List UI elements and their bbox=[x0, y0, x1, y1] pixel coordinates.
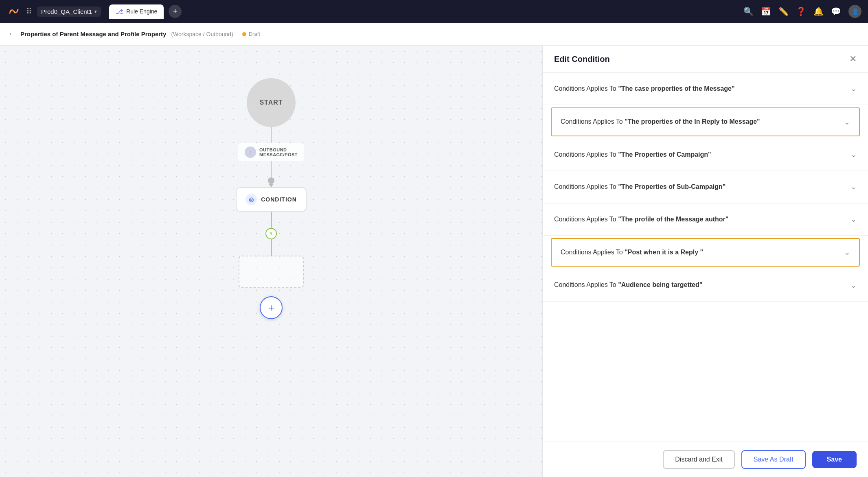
chat-icon[interactable]: 💬 bbox=[831, 7, 841, 16]
chevron-down-icon: ⌄ bbox=[844, 248, 850, 257]
condition-item[interactable]: Conditions Applies To "The profile of th… bbox=[543, 203, 868, 236]
panel-header: Edit Condition ✕ bbox=[543, 46, 868, 73]
chevron-down-icon: ⌄ bbox=[844, 118, 850, 127]
condition-item[interactable]: Conditions Applies To "The case properti… bbox=[543, 73, 868, 105]
panel-footer: Discard and Exit Save As Draft Save bbox=[543, 442, 868, 477]
save-button[interactable]: Save bbox=[812, 451, 857, 468]
subheader: ← Properties of Parent Message and Profi… bbox=[0, 23, 868, 46]
chevron-down-icon: ⌄ bbox=[850, 215, 857, 224]
branch-placeholder bbox=[239, 256, 304, 288]
start-node: START bbox=[247, 78, 296, 127]
branch-container: Y bbox=[210, 212, 332, 288]
logo bbox=[7, 4, 21, 19]
main-layout: START ↑ OUTBOUND MESSAGE/POST ◎ CONDITIO… bbox=[0, 46, 868, 477]
outbound-label: OUTBOUND MESSAGE/POST bbox=[259, 147, 298, 157]
condition-text: Conditions Applies To "The profile of th… bbox=[554, 215, 728, 224]
condition-text: Conditions Applies To "The case properti… bbox=[554, 84, 735, 93]
breadcrumb-path: (Workspace / Outbound) bbox=[171, 31, 233, 37]
workspace-name: Prod0_QA_Client1 bbox=[41, 8, 92, 15]
branch-y-label: Y bbox=[265, 228, 277, 239]
discard-exit-button[interactable]: Discard and Exit bbox=[663, 450, 735, 469]
condition-icon: ◎ bbox=[245, 194, 257, 205]
chevron-down-icon: ⌄ bbox=[850, 150, 857, 159]
canvas-area[interactable]: START ↑ OUTBOUND MESSAGE/POST ◎ CONDITIO… bbox=[0, 46, 542, 477]
close-button[interactable]: ✕ bbox=[849, 54, 857, 64]
chevron-down-icon: ⌄ bbox=[850, 281, 857, 290]
connector-1 bbox=[271, 127, 272, 143]
condition-text: Conditions Applies To "The properties of… bbox=[561, 117, 760, 126]
flow-container: START ↑ OUTBOUND MESSAGE/POST ◎ CONDITIO… bbox=[210, 46, 332, 319]
condition-item[interactable]: Conditions Applies To "Post when it is a… bbox=[551, 238, 860, 267]
condition-text: Conditions Applies To "Post when it is a… bbox=[561, 248, 703, 257]
workspace-selector[interactable]: Prod0_QA_Client1 ▾ bbox=[37, 7, 101, 17]
condition-item[interactable]: Conditions Applies To "The Properties of… bbox=[543, 171, 868, 203]
outbound-node[interactable]: ↑ OUTBOUND MESSAGE/POST bbox=[238, 143, 304, 161]
condition-item[interactable]: Conditions Applies To "Audience being ta… bbox=[543, 269, 868, 301]
workspace-chevron-icon: ▾ bbox=[94, 9, 97, 14]
condition-text: Conditions Applies To "The Properties of… bbox=[554, 150, 711, 159]
condition-text: Conditions Applies To "Audience being ta… bbox=[554, 280, 702, 289]
chevron-down-icon: ⌄ bbox=[850, 84, 857, 93]
condition-item[interactable]: Conditions Applies To "The properties of… bbox=[551, 107, 860, 136]
connector-circle bbox=[268, 177, 274, 184]
tab-label: Rule Engine bbox=[126, 8, 157, 15]
rule-engine-icon: ⎇ bbox=[116, 8, 123, 15]
topbar: ⠿ Prod0_QA_Client1 ▾ ⎇ Rule Engine + 🔍 📅… bbox=[0, 0, 868, 23]
add-node-button[interactable]: + bbox=[260, 296, 283, 319]
status-dot bbox=[242, 32, 246, 36]
add-tab-button[interactable]: + bbox=[169, 5, 182, 18]
condition-label: CONDITION bbox=[261, 196, 297, 203]
condition-text: Conditions Applies To "The Properties of… bbox=[554, 182, 726, 191]
rule-engine-tab[interactable]: ⎇ Rule Engine bbox=[109, 4, 164, 19]
search-icon[interactable]: 🔍 bbox=[743, 7, 754, 16]
topbar-icons: 🔍 📅 ✏️ ❓ 🔔 💬 👤 bbox=[743, 5, 861, 18]
help-icon[interactable]: ❓ bbox=[796, 7, 806, 16]
connector-arrow bbox=[269, 184, 274, 187]
calendar-icon[interactable]: 📅 bbox=[761, 7, 771, 16]
chevron-down-icon: ⌄ bbox=[850, 182, 857, 191]
status-badge: Draft bbox=[242, 31, 260, 37]
condition-node[interactable]: ◎ CONDITION bbox=[236, 187, 307, 212]
edit-icon[interactable]: ✏️ bbox=[778, 7, 789, 16]
panel-title: Edit Condition bbox=[554, 55, 610, 64]
panel-body: Conditions Applies To "The case properti… bbox=[543, 73, 868, 442]
avatar[interactable]: 👤 bbox=[848, 5, 861, 18]
page-title: Properties of Parent Message and Profile… bbox=[20, 31, 166, 37]
back-button[interactable]: ← bbox=[8, 30, 15, 38]
status-label: Draft bbox=[249, 31, 260, 37]
grid-icon[interactable]: ⠿ bbox=[26, 7, 32, 16]
outbound-icon: ↑ bbox=[245, 147, 256, 158]
save-as-draft-button[interactable]: Save As Draft bbox=[741, 450, 806, 469]
condition-item[interactable]: Conditions Applies To "The Properties of… bbox=[543, 139, 868, 171]
connector-2 bbox=[271, 161, 272, 177]
branch-connector bbox=[271, 212, 272, 228]
branch-connector-2 bbox=[271, 239, 272, 256]
bell-icon[interactable]: 🔔 bbox=[813, 7, 824, 16]
edit-condition-panel: Edit Condition ✕ Conditions Applies To "… bbox=[542, 46, 868, 477]
